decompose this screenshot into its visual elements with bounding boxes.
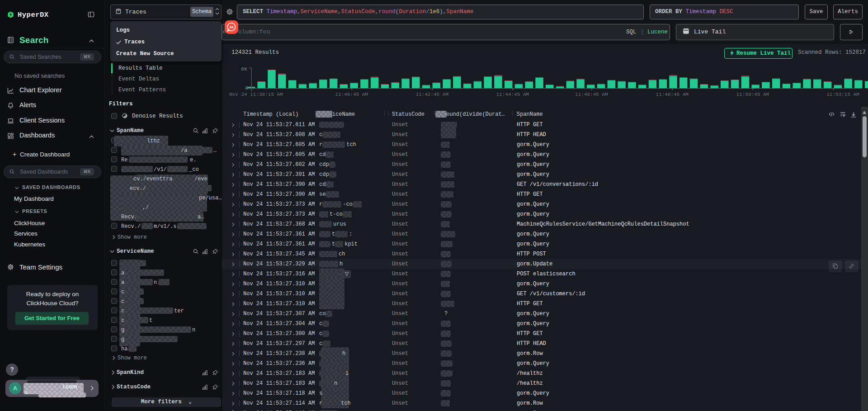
svg-text:AI: AI [230, 25, 234, 29]
